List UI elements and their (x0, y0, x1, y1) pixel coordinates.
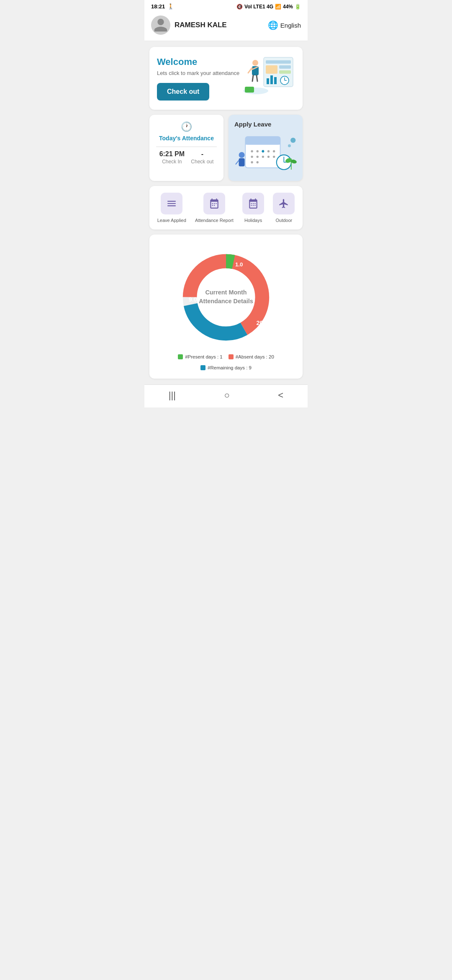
svg-point-33 (257, 161, 259, 163)
svg-rect-7 (274, 77, 277, 84)
chart-container: Current Month Attendance Details 1.0 9.0… (156, 247, 296, 348)
main-content: Welcome Lets click to mark your attendan… (144, 41, 308, 384)
svg-rect-51 (253, 203, 254, 204)
leave-applied-icon-box (161, 193, 182, 214)
attendance-card: 🕐 Today's Attendance 6:21 PM Check In - … (149, 115, 223, 181)
svg-point-28 (257, 156, 259, 158)
svg-text:Attendance Details: Attendance Details (199, 298, 253, 305)
legend-remaining-dot (200, 365, 205, 370)
checkout-time: - (191, 150, 213, 158)
user-name: RAMESH KALE (175, 21, 227, 29)
nav-menu-button[interactable]: ||| (169, 390, 176, 401)
actions-card: Leave Applied Attendance Report (149, 186, 303, 230)
svg-point-11 (252, 60, 258, 66)
status-right: 🔇 Vol LTE1 4G 📶 44% 🔋 (236, 4, 301, 10)
globe-icon: 🌐 (268, 20, 278, 30)
svg-rect-47 (216, 203, 216, 204)
svg-point-32 (251, 161, 253, 163)
legend-absent: #Absent days : 20 (229, 354, 274, 359)
attendance-report-label: Attendance Report (195, 218, 234, 223)
checkin-time: 6:21 PM (159, 150, 185, 158)
divider (156, 147, 217, 147)
checkout-button[interactable]: Check out (157, 83, 209, 101)
status-left: 18:21 🚶 (151, 3, 174, 10)
checkout-label: Check out (191, 159, 213, 165)
svg-rect-6 (270, 75, 273, 84)
checkin-label: Check In (159, 159, 185, 165)
legend-remaining-label: #Remaining days : 9 (208, 365, 252, 370)
svg-point-44 (288, 144, 291, 147)
header-left: RAMESH KALE (151, 15, 227, 35)
clock-icon: 🕐 (156, 121, 217, 132)
welcome-subtitle: Lets click to mark your attendance (157, 70, 241, 76)
welcome-left: Welcome Lets click to mark your attendan… (157, 57, 241, 101)
svg-rect-4 (279, 70, 291, 74)
svg-rect-45 (212, 203, 213, 204)
svg-text:Current Month: Current Month (205, 289, 247, 296)
holidays-icon-box (242, 193, 264, 214)
svg-rect-55 (254, 205, 255, 206)
checkin-row: 6:21 PM Check In - Check out (156, 150, 217, 165)
svg-point-60 (198, 269, 254, 325)
legend-absent-label: #Absent days : 20 (236, 354, 274, 359)
chart-legend: #Present days : 1 #Absent days : 20 #Rem… (156, 354, 296, 370)
legend-remaining: #Remaining days : 9 (200, 365, 252, 370)
mute-icon: 🔇 (236, 4, 243, 10)
time-display: 18:21 (151, 3, 165, 10)
svg-rect-3 (279, 65, 291, 69)
donut-chart: Current Month Attendance Details 1.0 9.0… (176, 247, 276, 348)
svg-point-26 (273, 150, 275, 152)
status-bar: 18:21 🚶 🔇 Vol LTE1 4G 📶 44% 🔋 (144, 0, 308, 11)
battery-level: 44% (283, 4, 293, 10)
checkout-col: - Check out (191, 150, 213, 165)
apply-leave-title: Apply Leave (234, 121, 297, 128)
language-label: English (280, 22, 301, 29)
legend-absent-dot (229, 354, 234, 359)
apply-leave-card[interactable]: Apply Leave (229, 115, 303, 181)
chart-card: Current Month Attendance Details 1.0 9.0… (149, 235, 303, 379)
nav-bar: ||| ○ < (144, 384, 308, 407)
svg-rect-54 (253, 205, 254, 206)
svg-rect-52 (254, 203, 255, 204)
action-outdoor[interactable]: Outdoor (273, 193, 295, 223)
svg-point-30 (267, 156, 270, 158)
svg-line-13 (248, 68, 252, 73)
nav-home-button[interactable]: ○ (224, 390, 230, 401)
svg-rect-48 (212, 205, 213, 206)
attendance-title: Today's Attendance (156, 135, 217, 142)
attendance-report-icon-box (203, 193, 225, 214)
svg-rect-5 (267, 78, 269, 84)
svg-rect-53 (251, 205, 252, 206)
svg-point-29 (262, 156, 264, 158)
leave-applied-label: Leave Applied (157, 218, 186, 223)
language-selector[interactable]: 🌐 English (268, 20, 301, 30)
nav-back-button[interactable]: < (278, 390, 283, 401)
svg-rect-35 (239, 158, 245, 166)
svg-line-15 (252, 75, 253, 81)
action-holidays[interactable]: Holidays (242, 193, 264, 223)
svg-point-25 (267, 150, 270, 152)
action-leave-applied[interactable]: Leave Applied (157, 193, 186, 223)
svg-rect-46 (214, 203, 215, 204)
svg-line-36 (236, 160, 239, 164)
svg-point-24 (262, 150, 264, 152)
network-label: Vol LTE1 4G (244, 4, 273, 10)
svg-rect-2 (266, 65, 277, 74)
walk-icon: 🚶 (167, 3, 174, 10)
attendance-illustration (241, 55, 295, 101)
svg-rect-49 (214, 205, 215, 206)
apply-leave-illustration (234, 131, 297, 175)
svg-rect-50 (251, 203, 252, 204)
action-attendance-report[interactable]: Attendance Report (195, 193, 234, 223)
outdoor-icon-box (273, 193, 295, 214)
svg-point-31 (273, 156, 275, 158)
calendar-report-icon (209, 198, 220, 209)
welcome-title: Welcome (157, 57, 241, 67)
svg-point-23 (257, 150, 259, 152)
svg-line-16 (257, 75, 257, 81)
svg-text:9.0: 9.0 (189, 296, 197, 303)
svg-point-27 (251, 156, 253, 158)
svg-rect-21 (245, 142, 280, 145)
avatar-icon (153, 17, 169, 33)
welcome-card: Welcome Lets click to mark your attendan… (149, 47, 303, 110)
